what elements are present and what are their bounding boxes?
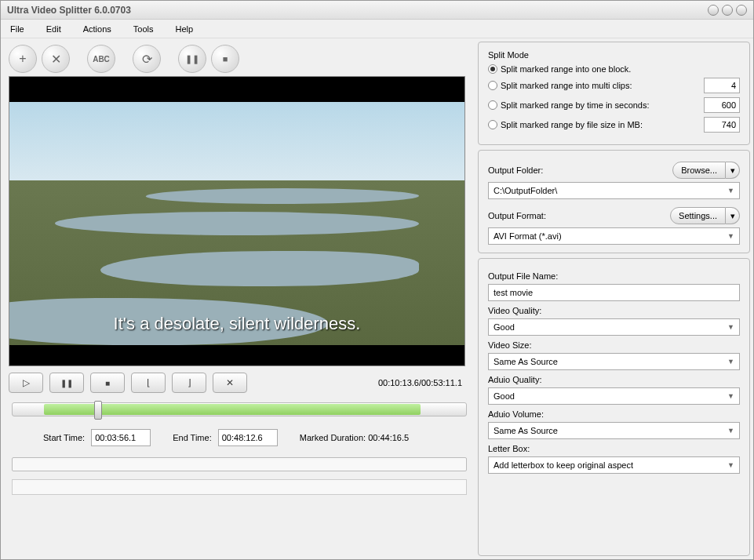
mark-in-button[interactable]: ⌊ (131, 373, 166, 393)
start-time-label: Start Time: (43, 433, 85, 442)
filename-input[interactable] (488, 284, 740, 301)
pause-button[interactable]: ❚❚ (49, 373, 84, 393)
radio-icon (488, 100, 497, 110)
chevron-down-icon: ▼ (727, 461, 734, 469)
settings-dropdown[interactable]: ▾ (726, 207, 740, 224)
chevron-down-icon: ▼ (727, 427, 734, 435)
start-time-input[interactable] (91, 429, 151, 446)
app-window: Ultra Video Splitter 6.0.0703 File Edit … (0, 0, 754, 560)
timeline-slider[interactable] (12, 402, 467, 416)
output-folder-value: C:\OutputFolder\ (494, 186, 557, 195)
chevron-down-icon: ▾ (730, 211, 735, 221)
progress-bar (12, 457, 467, 471)
status-bar (12, 479, 467, 495)
settings-panel: Output File Name: Video Quality: Good▼ V… (478, 258, 750, 556)
minimize-button[interactable] (708, 5, 719, 16)
play-button[interactable]: ▷ (9, 373, 43, 393)
letterbox-label: Letter Box: (488, 444, 740, 453)
playback-controls: ▷ ❚❚ ■ ⌊ ⌋ ✕ 00:10:13.6/00:53:11.1 (4, 366, 475, 399)
toolbar: + ✕ ABC ⟳ ❚❚ ■ (4, 42, 475, 76)
slider-thumb[interactable] (94, 401, 102, 420)
settings-button[interactable]: Settings... (670, 207, 726, 224)
mark-in-icon: ⌊ (147, 377, 151, 388)
close-button[interactable] (736, 5, 747, 16)
radio-icon (488, 64, 497, 74)
pause-tool-button[interactable]: ❚❚ (178, 45, 206, 73)
content-area: + ✕ ABC ⟳ ❚❚ ■ It's a desolate, silent w… (1, 38, 753, 559)
radio-icon (488, 120, 497, 129)
clear-icon: ✕ (226, 377, 234, 388)
filename-label: Output File Name: (488, 271, 740, 281)
plus-icon: + (19, 52, 26, 66)
output-format-value: AVI Format (*.avi) (494, 231, 562, 241)
split-opt1-label: Split marked range into one block. (501, 64, 631, 74)
split-opt4-label: Split marked range by file size in MB: (501, 120, 643, 129)
browse-button-group: Browse... ▾ (672, 162, 740, 179)
video-caption: It's a desolate, silent wilderness. (9, 314, 464, 334)
split-one-block-option[interactable]: Split marked range into one block. (488, 64, 740, 74)
output-format-label: Output Format: (488, 211, 670, 220)
menubar: File Edit Actions Tools Help (1, 20, 753, 38)
audio-volume-label: Aduio Volume: (488, 409, 740, 419)
stop-icon: ■ (223, 54, 228, 64)
menu-help[interactable]: Help (175, 24, 193, 34)
time-seconds-input[interactable] (704, 97, 740, 113)
left-pane: + ✕ ABC ⟳ ❚❚ ■ It's a desolate, silent w… (4, 42, 475, 556)
app-title: Ultra Video Splitter 6.0.0703 (7, 5, 708, 16)
menu-tools[interactable]: Tools (133, 24, 154, 34)
stop-tool-button[interactable]: ■ (211, 45, 239, 73)
stop-button[interactable]: ■ (90, 373, 125, 393)
refresh-button[interactable]: ⟳ (133, 45, 161, 73)
browse-dropdown[interactable]: ▾ (726, 162, 740, 179)
split-by-size-option[interactable]: Split marked range by file size in MB: (488, 117, 740, 133)
end-time-label: End Time: (173, 433, 212, 442)
split-by-time-option[interactable]: Split marked range by time in seconds: (488, 97, 740, 113)
video-quality-select[interactable]: Good▼ (488, 318, 740, 336)
chevron-down-icon: ▼ (727, 323, 734, 331)
video-quality-label: Video Quality: (488, 306, 740, 315)
x-icon: ✕ (51, 52, 61, 67)
letterbox-select[interactable]: Add letterbox to keep original aspect▼ (488, 456, 740, 474)
clear-mark-button[interactable]: ✕ (213, 373, 247, 393)
menu-actions[interactable]: Actions (83, 24, 111, 34)
refresh-icon: ⟳ (142, 52, 152, 67)
split-opt3-label: Split marked range by time in seconds: (501, 100, 650, 110)
play-icon: ▷ (23, 377, 30, 388)
radio-icon (488, 81, 497, 90)
menu-edit[interactable]: Edit (46, 24, 61, 34)
output-folder-label: Output Folder: (488, 165, 672, 175)
window-controls (708, 5, 747, 16)
audio-quality-select[interactable]: Good▼ (488, 387, 740, 405)
chevron-down-icon: ▼ (727, 392, 734, 400)
video-size-label: Video Size: (488, 340, 740, 350)
abc-icon: ABC (93, 55, 110, 64)
abc-button[interactable]: ABC (87, 45, 115, 73)
maximize-button[interactable] (722, 5, 733, 16)
chevron-down-icon: ▼ (727, 358, 734, 365)
split-multi-clips-option[interactable]: Split marked range into multi clips: (488, 78, 740, 93)
add-button[interactable]: + (9, 45, 37, 73)
end-time-input[interactable] (218, 429, 278, 446)
menu-file[interactable]: File (10, 24, 24, 34)
split-opt2-label: Split marked range into multi clips: (501, 81, 632, 90)
right-pane: Split Mode Split marked range into one b… (478, 42, 750, 556)
video-size-select[interactable]: Same As Source▼ (488, 353, 740, 370)
output-panel: Output Folder: Browse... ▾ C:\OutputFold… (478, 150, 750, 253)
audio-quality-label: Aduio Quality: (488, 375, 740, 384)
split-mode-title: Split Mode (488, 50, 740, 60)
chevron-down-icon: ▾ (730, 165, 735, 176)
file-size-input[interactable] (704, 117, 740, 133)
output-format-select[interactable]: AVI Format (*.avi) ▼ (488, 227, 740, 245)
mark-out-icon: ⌋ (188, 377, 191, 388)
remove-button[interactable]: ✕ (42, 45, 70, 73)
pause-icon: ❚❚ (185, 54, 199, 64)
browse-button[interactable]: Browse... (672, 162, 726, 179)
mark-out-button[interactable]: ⌋ (172, 373, 206, 393)
video-preview[interactable]: It's a desolate, silent wilderness. (9, 76, 465, 366)
multi-clips-count-input[interactable] (704, 78, 740, 93)
audio-volume-select[interactable]: Same As Source▼ (488, 422, 740, 439)
stop-icon: ■ (105, 379, 110, 387)
settings-button-group: Settings... ▾ (670, 207, 740, 224)
output-folder-select[interactable]: C:\OutputFolder\ ▼ (488, 182, 740, 199)
time-display: 00:10:13.6/00:53:11.1 (378, 378, 462, 387)
